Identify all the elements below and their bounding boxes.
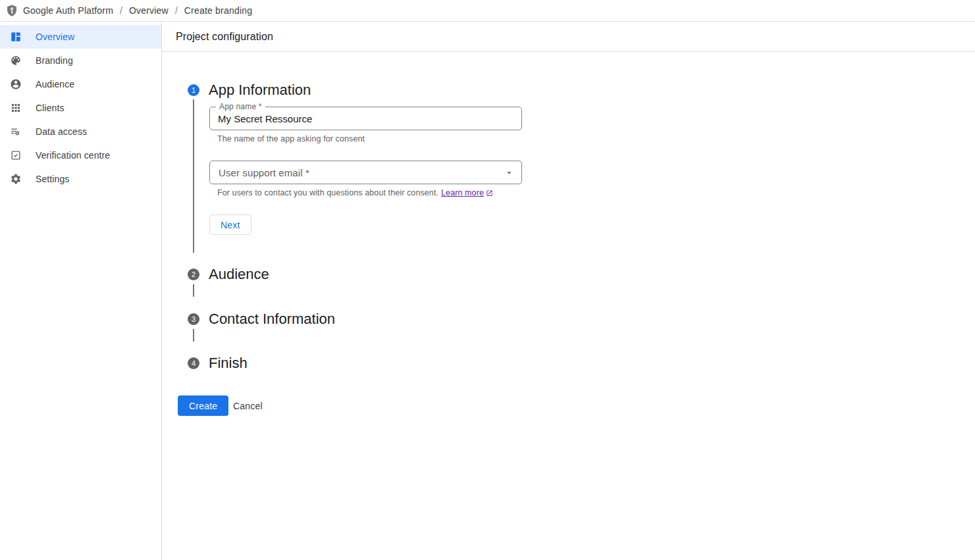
sidebar: Overview Branding Audience Clients (0, 22, 162, 560)
sidebar-item-label: Settings (36, 174, 69, 184)
breadcrumb-separator: / (120, 5, 122, 16)
page-header: Project configuration (162, 22, 975, 52)
sidebar-item-audience[interactable]: Audience (0, 72, 161, 96)
user-support-email-select[interactable]: User support email * (209, 161, 522, 184)
step-2-badge: 2 (188, 268, 199, 280)
breadcrumb-separator: / (175, 5, 178, 16)
sidebar-item-settings[interactable]: Settings (0, 167, 161, 191)
page-title: Project configuration (176, 31, 273, 43)
step-2-title: Audience (209, 265, 269, 284)
sidebar-item-label: Overview (36, 32, 74, 42)
learn-more-link[interactable]: Learn more (441, 188, 493, 197)
step-4-badge: 4 (188, 357, 199, 369)
palette-icon (10, 55, 22, 66)
sidebar-item-branding[interactable]: Branding (0, 49, 161, 72)
sidebar-item-label: Data access (36, 126, 87, 137)
dropdown-arrow-icon (504, 168, 514, 178)
sidebar-item-label: Branding (36, 55, 73, 66)
verification-icon (10, 149, 22, 161)
app-name-helper: The name of the app asking for consent (217, 134, 365, 143)
step-3-badge: 3 (188, 313, 199, 325)
step-4-title: Finish (209, 354, 248, 372)
app-name-field: App name * (209, 107, 522, 130)
next-button[interactable]: Next (209, 215, 251, 235)
page: Google Auth Platform / Overview / Create… (0, 0, 975, 560)
breadcrumb-item-platform[interactable]: Google Auth Platform (23, 5, 113, 16)
sidebar-item-label: Audience (36, 79, 74, 89)
learn-more-label: Learn more (441, 188, 484, 197)
data-access-icon (10, 126, 22, 138)
breadcrumb-item-create-branding[interactable]: Create branding (184, 5, 252, 16)
step-connector (193, 284, 194, 297)
open-in-new-icon (486, 190, 493, 199)
app-name-label: App name * (216, 102, 265, 111)
gear-icon (10, 173, 22, 185)
support-email-helper: For users to contact you with questions … (217, 188, 493, 199)
sidebar-item-clients[interactable]: Clients (0, 96, 161, 120)
sidebar-item-verification-centre[interactable]: Verification centre (0, 143, 161, 167)
support-email-helper-text: For users to contact you with questions … (217, 188, 438, 197)
cancel-button[interactable]: Cancel (225, 395, 271, 416)
create-button[interactable]: Create (178, 395, 228, 416)
sidebar-item-data-access[interactable]: Data access (0, 120, 161, 143)
step-1-badge: 1 (188, 84, 199, 96)
main-panel: Project configuration 1 App Information … (162, 22, 975, 560)
account-circle-icon (10, 78, 22, 90)
shield-key-icon (5, 4, 18, 17)
dashboard-icon (10, 31, 22, 43)
breadcrumb-bar: Google Auth Platform / Overview / Create… (0, 0, 975, 22)
step-3-title: Contact Information (209, 310, 335, 328)
breadcrumb-item-overview[interactable]: Overview (129, 5, 169, 16)
user-support-email-label: User support email * (210, 167, 309, 178)
sidebar-item-overview[interactable]: Overview (0, 25, 161, 49)
step-connector (193, 329, 194, 342)
sidebar-item-label: Clients (36, 103, 65, 113)
project-configuration-form: 1 App Information App name * The name of… (162, 52, 975, 560)
sidebar-item-label: Verification centre (36, 150, 110, 161)
breadcrumb: Google Auth Platform / Overview / Create… (23, 5, 252, 16)
step-1-title: App Information (209, 81, 311, 99)
apps-grid-icon (10, 102, 22, 114)
step-connector (193, 99, 194, 253)
layout: Overview Branding Audience Clients (0, 22, 975, 560)
